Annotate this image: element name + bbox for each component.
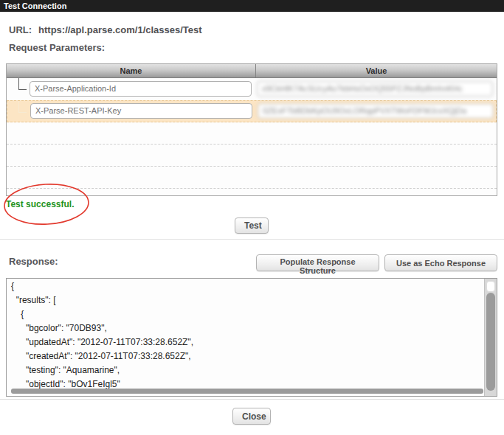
test-connection-dialog: Test Connection URL:https://apl.parse.co… (0, 0, 504, 435)
url-row: URL:https://apl.parse.com/1/classes/Test (9, 24, 202, 35)
url-label: URL: (9, 24, 32, 35)
empty-table-row[interactable] (7, 145, 497, 167)
url-value: https://apl.parse.com/1/classes/Test (38, 24, 202, 35)
vertical-scrollbar[interactable] (484, 279, 497, 396)
table-row[interactable]: X-Parse-REST-API-Key 0ZExFTbBDbKpOU9OvLO… (7, 100, 497, 122)
footer-divider (0, 399, 504, 400)
empty-table-row[interactable] (7, 167, 497, 189)
response-body-area[interactable]: { "results": [ { "bgcolor": "70DB93", "u… (6, 278, 497, 397)
param-name-input[interactable]: X-Parse-Application-Id (30, 81, 252, 97)
column-header-name: Name (7, 64, 255, 77)
scrollbar-top-cap[interactable] (486, 281, 495, 292)
dialog-title: Test Connection (0, 0, 504, 12)
tree-connector-icon (18, 78, 27, 90)
response-label: Response: (9, 256, 58, 267)
request-parameters-label: Request Parameters: (9, 42, 105, 53)
request-parameters-table: Name Value X-Parse-Application-Id x9CkHl… (6, 63, 497, 196)
param-value-input[interactable]: x9CkHlK7AcSUcyAs7kbHsOxOQ55PZJNoBpBmhnKH… (257, 81, 493, 97)
test-button[interactable]: Test (235, 218, 269, 234)
vertical-scrollbar-thumb[interactable] (486, 293, 495, 391)
horizontal-scrollbar-thumb[interactable] (11, 389, 483, 394)
response-json-text: { "results": [ { "bgcolor": "70DB93", "u… (7, 279, 497, 392)
populate-response-structure-button[interactable]: Populate Response Structure (256, 254, 379, 271)
close-button[interactable]: Close (232, 408, 271, 425)
param-name-input[interactable]: X-Parse-REST-API-Key (30, 103, 252, 119)
column-header-value: Value (255, 64, 497, 77)
status-message: Test successful. (6, 199, 74, 209)
table-row[interactable]: X-Parse-Application-Id x9CkHlK7AcSUcyAs7… (7, 78, 497, 100)
use-as-echo-response-button[interactable]: Use as Echo Response (384, 254, 497, 271)
section-divider (0, 239, 504, 240)
empty-table-row[interactable] (7, 122, 497, 145)
table-header: Name Value (7, 64, 497, 78)
param-value-input[interactable]: 0ZExFTbBDbKpOU9OvLORqpPVXTWoFDFMJcxXQjDa (258, 103, 494, 119)
tree-connector-icon (18, 101, 27, 113)
